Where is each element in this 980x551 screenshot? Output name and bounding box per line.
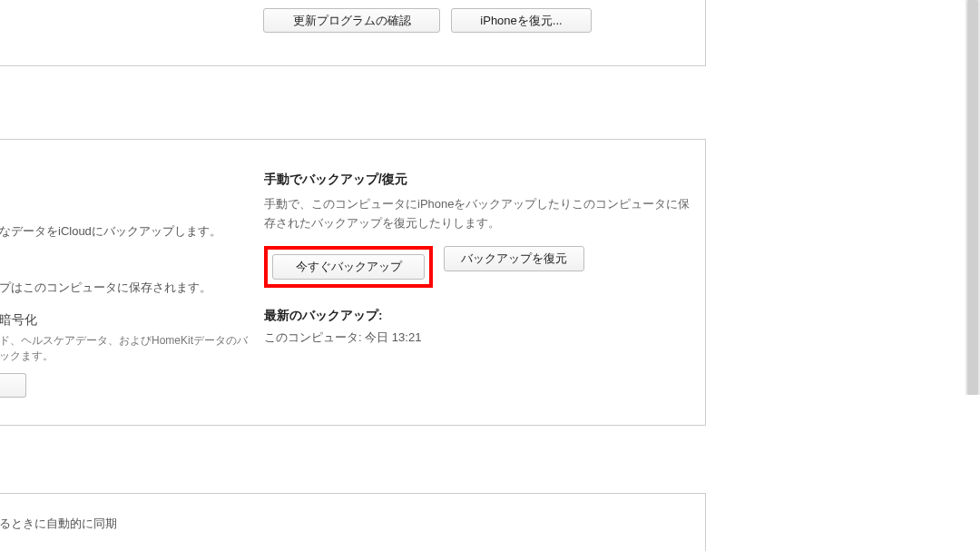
manual-backup-desc: 手動で、このコンピュータにiPhoneをバックアップしたりこのコンピュータに保存… xyxy=(264,195,691,233)
restore-backup-button[interactable]: バックアップを復元 xyxy=(444,246,584,271)
check-updates-button[interactable]: 更新プログラムの確認 xyxy=(263,8,440,33)
change-password-button-fragment[interactable] xyxy=(0,373,26,398)
last-backup-heading: 最新のバックアップ: xyxy=(264,308,691,324)
last-backup-text: このコンピュータ: 今日 13:21 xyxy=(264,330,691,346)
software-panel: 更新プログラムの確認 iPhoneを復元... xyxy=(0,0,706,66)
highlight-box: 今すぐバックアップ xyxy=(264,246,433,288)
restore-iphone-button[interactable]: iPhoneを復元... xyxy=(451,8,592,33)
software-buttons: 更新プログラムの確認 iPhoneを復元... xyxy=(263,8,592,33)
scrollbar[interactable] xyxy=(965,0,980,395)
manual-backup-heading: 手動でバックアップ/復元 xyxy=(264,172,691,188)
backup-panel: なデータをiCloudにバックアップします。 プはこのコンピュータに保存されます… xyxy=(0,139,706,426)
auto-sync-label-fragment: るときに自動的に同期 xyxy=(0,516,117,532)
encrypt-heading-fragment: 暗号化 xyxy=(0,310,37,330)
encrypt-desc-fragment: ド、ヘルスケアデータ、およびHomeKitデータのバックます。 xyxy=(0,333,253,365)
manual-backup-section: 手動でバックアップ/復元 手動で、このコンピュータにiPhoneをバックアップし… xyxy=(264,172,691,346)
backup-now-button[interactable]: 今すぐバックアップ xyxy=(272,254,425,280)
computer-backup-desc-fragment: プはこのコンピュータに保存されます。 xyxy=(0,279,253,297)
icloud-backup-desc-fragment: なデータをiCloudにバックアップします。 xyxy=(0,222,253,241)
options-panel: るときに自動的に同期 xyxy=(0,493,706,551)
backup-button-row: 今すぐバックアップ バックアップを復元 xyxy=(264,246,691,288)
